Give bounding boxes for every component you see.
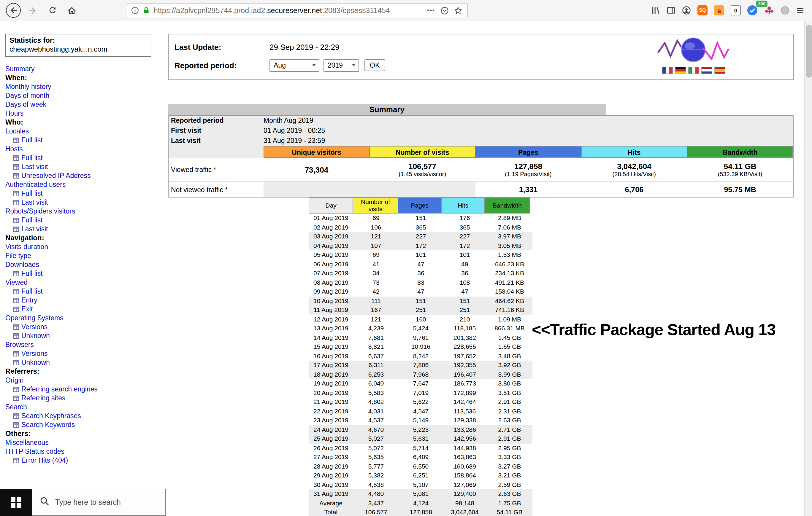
url-text: https://a2plvcpnl295744.prod.iad2.secure… [154,6,390,14]
sidebar-item[interactable]: Authenticated users [5,180,168,189]
visits-cell: 6,637 [353,352,399,361]
sidebar-item[interactable]: Versions [5,350,168,358]
seoquake-extension-icon[interactable]: SQ [697,5,707,16]
sidebar-item[interactable]: Miscellaneous [5,438,168,447]
sidebar-item[interactable]: Search Keyphrases [5,412,168,421]
sidebar-item[interactable]: Last visit [5,225,168,234]
start-button[interactable] [0,489,32,516]
language-flag-icon[interactable] [701,67,712,73]
bandwidth-cell: 3.27 GB [487,462,532,471]
forward-button[interactable] [25,3,40,18]
reload-button[interactable] [45,3,60,18]
viewed-traffic-label: Viewed traffic * [169,158,264,181]
day-cell: 11 Aug 2019 [309,305,353,315]
account-icon[interactable] [682,6,691,15]
sidebar-item[interactable]: Full list [5,216,168,225]
pocket-icon[interactable] [440,6,449,14]
sidebar-item[interactable]: Last visit [5,198,168,207]
year-select[interactable]: 2019 [323,59,359,71]
visits-cell: 7,681 [353,333,399,342]
site-info-icon[interactable] [131,6,139,14]
sidebar-nav: Summary When: Monthly history Da [5,65,168,465]
sidebar-item[interactable]: Summary [5,65,168,73]
sidebar-item[interactable]: Error Hits (404) [5,456,168,465]
checkmark-extension-icon[interactable] [747,5,757,16]
sidebar-item[interactable]: Locales [5,127,168,136]
not-viewed-hits: 6,706 [581,182,687,197]
sidebar-item[interactable]: Full list [5,154,168,162]
table-row: 04 Aug 2019 107 172 172 3.05 MB [309,241,532,250]
sidebar-item[interactable]: Viewed [5,278,168,287]
day-cell: 24 Aug 2019 [309,425,353,434]
keyword-tree-extension-icon[interactable]: 200 [764,5,774,16]
windows-logo-icon [11,497,21,508]
sidebar-item[interactable]: Visits duration [5,243,168,251]
sidebar-item[interactable]: Robots/Spiders visitors [5,207,168,216]
home-button[interactable] [64,3,80,18]
table-row: 12 Aug 2019 121 160 210 1.09 MB [309,315,532,324]
sidebar-item[interactable]: Last visit [5,162,168,172]
bandwidth-cell: 2.63 GB [487,416,532,425]
ok-button[interactable]: OK [365,59,385,71]
month-select[interactable]: Aug [269,59,319,71]
vertical-scrollbar[interactable] [804,21,812,516]
language-flag-icon[interactable] [662,67,672,73]
sidebar-item[interactable]: Operating Systems [5,314,168,323]
language-flag-icon[interactable] [714,67,724,73]
pages-cell: 5,107 [399,480,443,489]
lock-icon[interactable] [142,6,150,14]
counter-extension-icon[interactable]: 0 [731,5,741,16]
sidebar-item[interactable]: Entry [5,296,168,305]
sidebar-item[interactable]: Search Keywords [5,421,168,429]
sidebar-item[interactable]: Unknown [5,358,168,367]
sidebar-item[interactable]: Browsers [5,340,168,350]
sidebar-item[interactable]: Monthly history [5,83,168,91]
sidebar-item[interactable]: Unresolved IP Address [5,172,168,180]
sidebar-item[interactable]: Full list [5,136,168,145]
grey-circle-icon[interactable] [781,6,789,15]
sidebar-item[interactable]: Full list [5,269,168,278]
table-row: 24 Aug 2019 4,670 5,223 133,286 2.71 GB [309,425,532,434]
sidebar-item[interactable]: Full list [5,287,168,296]
bandwidth-cell: 464.62 KB [487,296,532,305]
pages-cell: 251 [399,305,443,315]
table-row: 27 Aug 2019 5,635 6,409 163,863 3.33 GB [309,453,532,462]
hits-cell: 118,185 [443,324,487,333]
sidebar-item[interactable]: Hours [5,109,168,118]
sidebar-item[interactable]: Unknown [5,332,168,340]
sidebar-item[interactable]: Exit [5,305,168,314]
sidebar-item[interactable]: Full list [5,189,168,198]
sidebar-item[interactable]: Versions [5,323,168,332]
table-row: 30 Aug 2019 4,538 5,107 127,069 2.59 GB [309,480,532,489]
sidebar-item[interactable]: Hosts [5,145,168,154]
language-flag-icon[interactable] [675,67,685,73]
page-actions-icon[interactable]: ••• [427,7,435,13]
taskbar-search[interactable]: Type here to search [32,489,166,516]
sidebar-item[interactable]: Search [5,403,168,412]
day-cell: 05 Aug 2019 [309,250,353,260]
hits-cell: 98,148 [443,498,487,508]
hits-cell: 197,652 [443,352,487,361]
orange-extension-icon[interactable]: a [714,5,724,16]
hits-cell: 227 [443,232,487,241]
sidebar-item[interactable]: Referring search engines [5,385,168,394]
bandwidth-cell: 2.91 GB [487,434,532,443]
hits-cell: 186,773 [443,379,487,388]
bookmark-star-icon[interactable] [454,6,462,14]
menu-button[interactable] [796,6,804,14]
sidebar-item[interactable]: Days of month [5,91,168,100]
url-bar[interactable]: https://a2plvcpnl295744.prod.iad2.secure… [126,3,468,18]
sidebar-item[interactable]: Days of week [5,100,168,109]
back-button[interactable] [6,3,21,18]
table-mini-icon [13,218,19,223]
sidebars-icon[interactable] [667,6,675,15]
sidebar-item[interactable]: File type [5,251,168,261]
sidebar-item[interactable]: HTTP Status codes [5,447,168,456]
sidebar-item[interactable]: Downloads [5,261,168,269]
scrollbar-thumb[interactable] [806,25,812,78]
language-flag-icon[interactable] [688,67,698,73]
library-icon[interactable] [651,6,660,15]
bandwidth-cell: 1.75 GB [487,498,532,508]
sidebar-item[interactable]: Origin [5,376,168,385]
sidebar-item[interactable]: Referring sites [5,394,168,403]
